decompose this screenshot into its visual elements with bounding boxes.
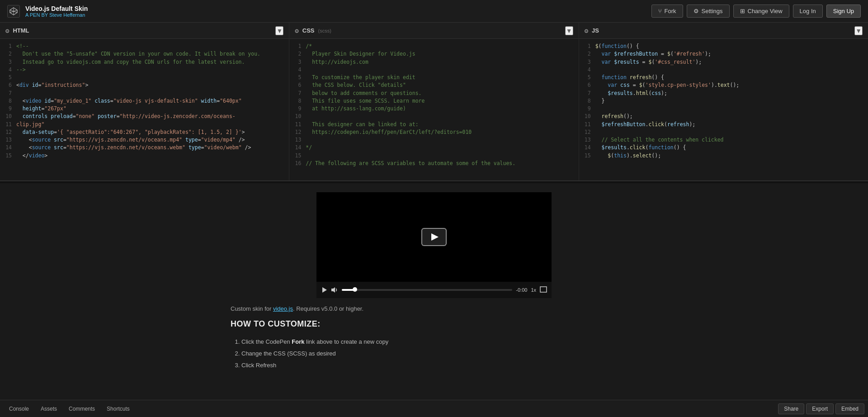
how-to-title: HOW TO CUSTOMIZE: [231, 319, 637, 329]
play-button-overlay[interactable] [421, 228, 447, 246]
change-view-button[interactable]: ⊞ Change View [733, 5, 789, 18]
volume-button[interactable] [331, 287, 338, 293]
js-expand-button[interactable]: ▼ [854, 26, 863, 35]
video-player-wrapper: -0:00 1x [316, 192, 552, 298]
html-editor-body[interactable]: 123456789101112131415 <!-- Don't use the… [0, 39, 289, 180]
time-display: -0:00 [516, 287, 527, 293]
speed-button[interactable]: 1x [531, 287, 536, 293]
bottom-tabs: Console Assets Comments Shortcuts [4, 404, 778, 414]
js-editor-panel: ⚙ JS ▼ 123456789101112131415 $(function(… [579, 23, 868, 180]
html-editor-panel: ⚙ HTML ▼ 123456789101112131415 <!-- Don'… [0, 23, 289, 180]
js-lang-name: JS [592, 27, 599, 34]
description-suffix: . Requires v5.0.0 or higher. [293, 305, 363, 312]
fork-icon: ⑂ [658, 8, 662, 14]
export-button[interactable]: Export [806, 403, 834, 414]
fork-label: Fork [665, 8, 676, 14]
codepen-logo-svg [9, 7, 18, 15]
settings-icon: ⚙ [693, 8, 699, 14]
svg-line-5 [14, 11, 17, 13]
css-lang-sub: (scss) [318, 28, 331, 33]
video-controls: -0:00 1x [316, 282, 552, 298]
how-to-step-1: Click the CodePen Fork link above to cre… [241, 336, 637, 348]
js-editor-header: ⚙ JS ▼ [579, 23, 868, 39]
js-code-content[interactable]: $(function() { var $refreshButton = $('#… [594, 39, 868, 180]
css-code-content[interactable]: /* Player Skin Designer for Video.js htt… [304, 39, 578, 180]
svg-line-4 [10, 11, 14, 13]
html-line-numbers: 123456789101112131415 [0, 39, 14, 180]
description-prefix: Custom skin for [231, 305, 273, 312]
pen-title: Video.js Default Skin [25, 5, 646, 12]
css-lang-name: CSS [302, 27, 315, 34]
html-code-content[interactable]: <!-- Don't use the "5-unsafe" CDN versio… [14, 39, 289, 180]
result-area: -0:00 1x Custom skin for video.js. Requi… [0, 183, 868, 400]
volume-icon [331, 287, 338, 293]
html-gear-icon: ⚙ [5, 27, 9, 34]
embed-button[interactable]: Embed [835, 403, 864, 414]
svg-line-1 [10, 10, 14, 11]
svg-marker-7 [322, 287, 327, 293]
css-editor-panel: ⚙ CSS (scss) ▼ 12345678910111213141516 /… [289, 23, 579, 180]
description-text: Custom skin for video.js. Requires v5.0.… [231, 305, 637, 312]
video-display [316, 192, 552, 282]
pen-by-label: A PEN BY [25, 12, 48, 18]
css-expand-button[interactable]: ▼ [565, 26, 573, 35]
svg-marker-8 [331, 287, 335, 293]
css-editor-header: ⚙ CSS (scss) ▼ [289, 23, 578, 39]
comments-tab[interactable]: Comments [63, 404, 100, 414]
signup-label: Sign Up [833, 8, 854, 14]
how-to-step-2: Change the CSS (SCSS) as desired [241, 348, 637, 360]
html-expand-button[interactable]: ▼ [275, 26, 283, 35]
fork-button[interactable]: ⑂ Fork [651, 5, 683, 18]
html-lang-name: HTML [13, 27, 29, 34]
bottom-right-actions: Share Export Embed [778, 403, 864, 414]
play-icon [321, 287, 327, 293]
pen-title-block: Video.js Default Skin A PEN BY Steve Hef… [25, 5, 646, 18]
console-tab[interactable]: Console [4, 404, 34, 414]
fullscreen-button[interactable] [540, 286, 547, 294]
svg-rect-9 [540, 287, 547, 292]
progress-fill [342, 289, 355, 291]
play-pause-button[interactable] [321, 287, 327, 293]
share-button[interactable]: Share [778, 403, 804, 414]
how-to-list: Click the CodePen Fork link above to cre… [241, 336, 637, 371]
videojs-link[interactable]: video.js [273, 305, 293, 312]
svg-line-2 [14, 10, 17, 11]
pen-author[interactable]: Steve Heffernan [49, 12, 85, 18]
js-editor-body[interactable]: 123456789101112131415 $(function() { var… [579, 39, 868, 180]
top-bar: Video.js Default Skin A PEN BY Steve Hef… [0, 0, 868, 23]
login-button[interactable]: Log In [793, 5, 823, 18]
signup-button[interactable]: Sign Up [826, 5, 861, 18]
css-gear-icon: ⚙ [295, 27, 298, 34]
fullscreen-icon [540, 286, 547, 293]
css-line-numbers: 12345678910111213141516 [289, 39, 304, 180]
login-label: Log In [800, 8, 816, 14]
js-line-numbers: 123456789101112131415 [579, 39, 594, 180]
description-section: Custom skin for video.js. Requires v5.0.… [231, 298, 637, 379]
codepen-logo [7, 5, 20, 18]
js-gear-icon: ⚙ [585, 27, 588, 34]
html-editor-header: ⚙ HTML ▼ [0, 23, 289, 39]
css-editor-body[interactable]: 12345678910111213141516 /* Player Skin D… [289, 39, 578, 180]
assets-tab[interactable]: Assets [35, 404, 62, 414]
result-content: -0:00 1x Custom skin for video.js. Requi… [231, 192, 637, 391]
settings-label: Settings [702, 8, 723, 14]
progress-bar[interactable] [342, 289, 512, 291]
top-bar-actions: ⑂ Fork ⚙ Settings ⊞ Change View Log In S… [651, 5, 861, 18]
shortcuts-tab[interactable]: Shortcuts [101, 404, 135, 414]
how-to-step-3: Click Refresh [241, 360, 637, 371]
settings-button[interactable]: ⚙ Settings [687, 5, 730, 18]
change-view-label: Change View [748, 8, 783, 14]
change-view-icon: ⊞ [740, 8, 745, 14]
pen-subtitle: A PEN BY Steve Heffernan [25, 12, 646, 18]
bottom-bar: Console Assets Comments Shortcuts Share … [0, 400, 868, 417]
editors-area: ⚙ HTML ▼ 123456789101112131415 <!-- Don'… [0, 23, 868, 181]
